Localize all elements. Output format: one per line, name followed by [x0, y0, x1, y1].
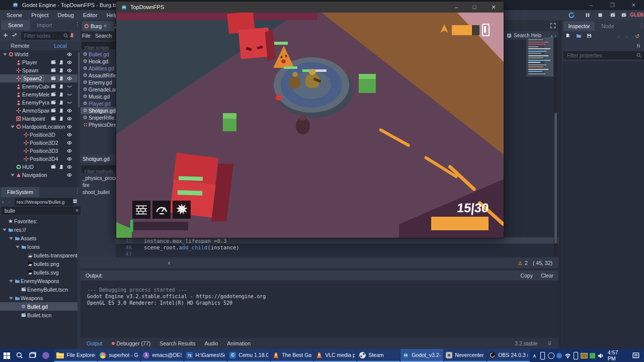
start-button[interactable]	[0, 349, 13, 362]
bottom-panel-output[interactable]: Output	[87, 340, 103, 346]
instance-scene-icon[interactable]	[12, 33, 17, 38]
save-resource-icon[interactable]	[587, 33, 592, 38]
tray-phone-icon[interactable]	[539, 349, 547, 362]
filesystem-row[interactable]: Assets	[0, 234, 77, 242]
code-scrollbar[interactable]	[554, 37, 557, 257]
new-resource-icon[interactable]	[566, 33, 571, 38]
tray-nvidia-icon[interactable]	[588, 349, 596, 362]
distraction-free-icon[interactable]	[550, 23, 556, 29]
scene-tree-row[interactable]: AmmoSpawn	[0, 107, 77, 115]
film-icon[interactable]	[49, 164, 57, 169]
clear-search-icon[interactable]: ✕	[75, 208, 79, 213]
eye-icon[interactable]	[65, 148, 73, 153]
scene-tree-row[interactable]: Spawn	[0, 66, 77, 74]
copy-button[interactable]: Copy	[520, 273, 533, 279]
menu-scene[interactable]: Scene	[2, 10, 27, 20]
filesystem-row[interactable]: bullets-transparent.pn	[0, 251, 77, 259]
close-button[interactable]: ✕	[626, 0, 641, 10]
warning-icon[interactable]: ⚠	[518, 260, 522, 266]
film-icon[interactable]	[49, 108, 57, 113]
game-titlebar[interactable]: TopDownFPS – □ ✕	[116, 2, 504, 13]
script-icon[interactable]	[57, 68, 65, 73]
tab-node[interactable]: Node	[597, 21, 619, 31]
eye-icon[interactable]	[65, 156, 73, 161]
eyeoff-icon[interactable]	[65, 100, 73, 105]
action-center-icon[interactable]	[632, 349, 640, 362]
method-list-item[interactable]: shoot_bullet	[80, 189, 116, 196]
eye-icon[interactable]	[65, 60, 73, 65]
eye-icon[interactable]	[65, 172, 73, 177]
menu-debug[interactable]: Debug	[53, 10, 78, 20]
scene-tree-row[interactable]: Position3D4	[0, 155, 77, 163]
bottom-panel-animation[interactable]: Animation	[227, 340, 251, 346]
script-icon[interactable]	[57, 116, 65, 121]
dock-menu-icon[interactable]: ⋮	[74, 21, 80, 28]
play-scene-button[interactable]	[610, 13, 615, 18]
minimize-button[interactable]: –	[584, 0, 599, 10]
nav-back-icon[interactable]: ‹	[2, 197, 4, 206]
collapse-arrow-icon[interactable]	[9, 296, 14, 301]
taskbar-app-vlc[interactable]: VLC media pl...	[314, 349, 357, 362]
scene-tree-row[interactable]: EnemyMelee	[0, 90, 77, 99]
path-field[interactable]: res://Weapons/Bullet.g	[15, 198, 74, 206]
collapse-arrow-icon[interactable]	[15, 244, 20, 249]
restore-button[interactable]: ❐	[605, 0, 620, 10]
stop-scene-button[interactable]	[598, 13, 603, 18]
method-list-item[interactable]: _physics_process	[80, 175, 116, 182]
script-list-item[interactable]: ⚙Hook.gd	[80, 58, 116, 65]
scene-tree-row[interactable]: Position3D3	[0, 147, 77, 155]
filesystem-row[interactable]: EnemyWeapons	[0, 277, 77, 285]
game-minimize-button[interactable]: –	[447, 2, 465, 12]
collapse-scripts-icon[interactable]: ‹	[168, 259, 170, 266]
script-icon[interactable]	[57, 164, 65, 169]
script-list-item[interactable]: ⚙Enemy.gd	[80, 79, 116, 86]
scene-tree-row[interactable]: Position3D	[0, 131, 77, 139]
collapse-arrow-icon[interactable]	[2, 227, 7, 232]
filter-methods-input[interactable]	[84, 168, 117, 174]
scene-tree-row[interactable]: Navigation	[0, 171, 77, 179]
filesystem-row[interactable]: res://	[0, 225, 77, 234]
collapse-arrow-icon[interactable]	[2, 52, 8, 57]
eye-icon[interactable]	[65, 52, 73, 57]
attach-script-icon[interactable]	[69, 33, 74, 38]
remote-button[interactable]: Remote	[0, 43, 40, 49]
split-mode-icon[interactable]	[72, 199, 77, 204]
script-list-item[interactable]: ⚙GrenadeLaun	[80, 86, 116, 93]
filesystem-row[interactable]: Icons	[0, 242, 77, 251]
object-history-icon[interactable]: ↺	[635, 31, 639, 41]
clear-button[interactable]: Clear	[541, 273, 553, 279]
taskbar-app-chrome[interactable]: superhot - G...	[98, 349, 140, 362]
script-list-item[interactable]: ⚙Shotgun.gd	[80, 107, 116, 114]
dock-menu-icon[interactable]: ⋮	[74, 188, 80, 195]
taskbar-clock[interactable]: 4:57 PM	[608, 349, 627, 361]
script-icon[interactable]	[57, 76, 65, 81]
taskbar-app-cemu[interactable]: CCemu 1.18.0c	[227, 349, 270, 362]
code-minimap[interactable]	[526, 37, 553, 76]
filter-properties-input[interactable]	[566, 52, 636, 59]
script-list-item[interactable]: ⚙AssaultRifle.g	[80, 72, 116, 79]
script-icon[interactable]	[57, 92, 65, 97]
eye-icon[interactable]	[65, 140, 73, 145]
taskbar-app-obs[interactable]: OBS 24.0.3 (...	[487, 349, 530, 362]
script-list-item[interactable]: ⚙Bullet.gd	[80, 51, 116, 58]
filesystem-row[interactable]: EnemyBullet.tscn	[0, 285, 77, 294]
game-viewport[interactable]: 15|30	[116, 13, 504, 238]
game-close-button[interactable]: ✕	[484, 2, 504, 12]
collapse-arrow-icon[interactable]	[10, 172, 15, 177]
script-icon[interactable]	[57, 108, 65, 113]
scene-tree-row[interactable]: Player	[0, 58, 77, 66]
tray-wifi-icon[interactable]	[564, 349, 572, 362]
taskbar-app-emacs[interactable]: λemacs@DES...	[141, 349, 184, 362]
filesystem-row[interactable]: bullets.png	[0, 259, 77, 268]
scene-tree-row[interactable]: World	[0, 50, 77, 58]
scene-tree-row[interactable]: Spawn2	[0, 74, 77, 82]
collapse-arrow-icon[interactable]	[9, 236, 14, 241]
bottom-panel-audio[interactable]: Audio	[204, 340, 218, 346]
scene-tree-row[interactable]: Hardpoint	[0, 115, 77, 123]
filesystem-row[interactable]: bullets.svg	[0, 268, 77, 277]
history-back-icon[interactable]: ‹	[618, 31, 620, 41]
filter-scripts-input[interactable]	[84, 45, 117, 51]
script-list-item[interactable]: ⚙SniperRifle.g	[80, 114, 116, 121]
filesystem-row[interactable]: ⚙Bullet.gd	[0, 302, 77, 311]
bottom-panel-search[interactable]: Search Results	[159, 340, 195, 346]
